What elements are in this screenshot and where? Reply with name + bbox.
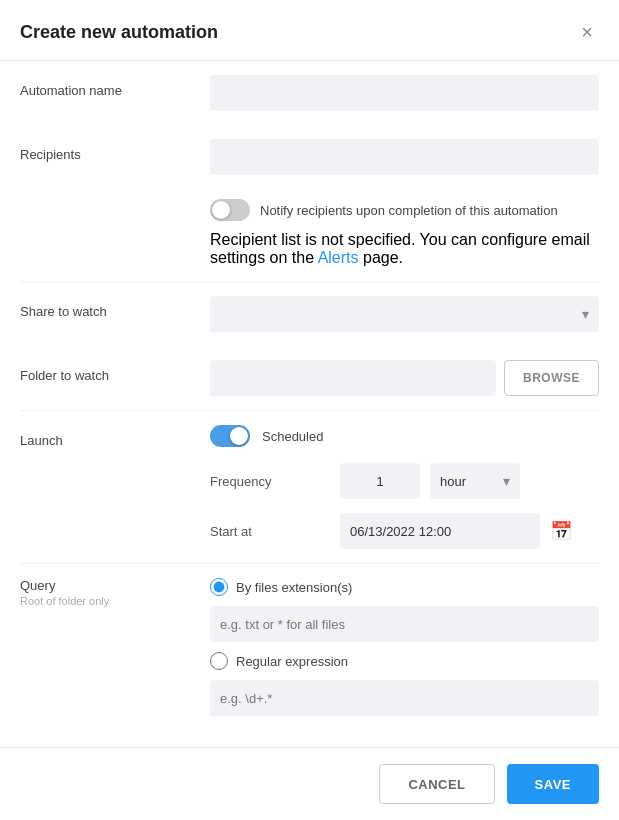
automation-name-input[interactable] <box>210 75 599 111</box>
query-label: Query <box>20 578 210 593</box>
dialog-title: Create new automation <box>20 22 218 43</box>
query-label-wrap: Query Root of folder only <box>20 578 210 607</box>
folder-to-watch-control: BROWSE <box>210 360 599 396</box>
automation-name-row: Automation name <box>0 61 619 125</box>
start-at-row: Start at 📅 <box>210 513 599 549</box>
share-to-watch-select-wrap: ▾ <box>210 296 599 332</box>
launch-toggle[interactable] <box>210 425 250 447</box>
query-control-wrap: By files extension(s) Regular expression <box>210 578 599 716</box>
regex-label: Regular expression <box>236 654 348 669</box>
recipient-info: Recipient list is not specified. You can… <box>0 225 619 281</box>
save-button[interactable]: SAVE <box>507 764 599 804</box>
notify-toggle-line: Notify recipients upon completion of thi… <box>210 199 599 221</box>
browse-button[interactable]: BROWSE <box>504 360 599 396</box>
by-extension-radio-row: By files extension(s) <box>210 578 599 596</box>
frequency-unit-wrap: hour day week month ▾ <box>430 463 520 499</box>
regex-input[interactable] <box>210 680 599 716</box>
frequency-row: Frequency hour day week month ▾ <box>210 463 599 499</box>
notify-toggle-row: Notify recipients upon completion of thi… <box>0 189 619 225</box>
folder-to-watch-label: Folder to watch <box>20 360 210 383</box>
automation-name-control <box>210 75 599 111</box>
create-automation-dialog: Create new automation × Automation name … <box>0 0 619 820</box>
share-to-watch-select[interactable] <box>210 296 599 332</box>
launch-toggle-wrap: Scheduled <box>210 425 599 447</box>
by-extension-radio[interactable] <box>210 578 228 596</box>
recipients-control <box>210 139 599 175</box>
notify-toggle-label: Notify recipients upon completion of thi… <box>260 203 558 218</box>
frequency-unit-select[interactable]: hour day week month <box>430 463 520 499</box>
dialog-footer: CANCEL SAVE <box>0 747 619 820</box>
scheduled-label: Scheduled <box>262 429 323 444</box>
frequency-label: Frequency <box>210 474 330 489</box>
launch-label: Launch <box>20 425 210 448</box>
start-at-label: Start at <box>210 524 330 539</box>
cancel-button[interactable]: CANCEL <box>379 764 494 804</box>
launch-toggle-slider[interactable] <box>210 425 250 447</box>
recipients-input[interactable] <box>210 139 599 175</box>
share-to-watch-control: ▾ <box>210 296 599 332</box>
alerts-link[interactable]: Alerts <box>318 249 359 266</box>
folder-row: BROWSE <box>210 360 599 396</box>
query-section: Query Root of folder only By files exten… <box>0 564 619 730</box>
share-to-watch-label: Share to watch <box>20 296 210 319</box>
launch-row: Launch Scheduled Frequency <box>0 411 619 563</box>
notify-toggle[interactable] <box>210 199 250 221</box>
query-sublabel: Root of folder only <box>20 595 210 607</box>
regex-radio-row: Regular expression <box>210 652 599 670</box>
alerts-suffix: page. <box>359 249 403 266</box>
frequency-input[interactable] <box>340 463 420 499</box>
regex-radio[interactable] <box>210 652 228 670</box>
start-at-input[interactable] <box>340 513 540 549</box>
notify-toggle-wrap: Notify recipients upon completion of thi… <box>210 199 599 221</box>
share-to-watch-row: Share to watch ▾ <box>0 282 619 346</box>
automation-name-label: Automation name <box>20 75 210 98</box>
calendar-icon[interactable]: 📅 <box>550 520 572 542</box>
extension-input[interactable] <box>210 606 599 642</box>
notify-toggle-slider[interactable] <box>210 199 250 221</box>
dialog-header: Create new automation × <box>0 0 619 61</box>
folder-to-watch-row: Folder to watch BROWSE <box>0 346 619 410</box>
by-extension-label: By files extension(s) <box>236 580 352 595</box>
recipients-row: Recipients <box>0 125 619 189</box>
scheduled-section: Frequency hour day week month ▾ <box>210 463 599 549</box>
recipients-label: Recipients <box>20 139 210 162</box>
dialog-body: Automation name Recipients Notify r <box>0 61 619 747</box>
close-button[interactable]: × <box>575 20 599 44</box>
folder-to-watch-input[interactable] <box>210 360 496 396</box>
launch-control: Scheduled Frequency hour day week <box>210 425 599 549</box>
